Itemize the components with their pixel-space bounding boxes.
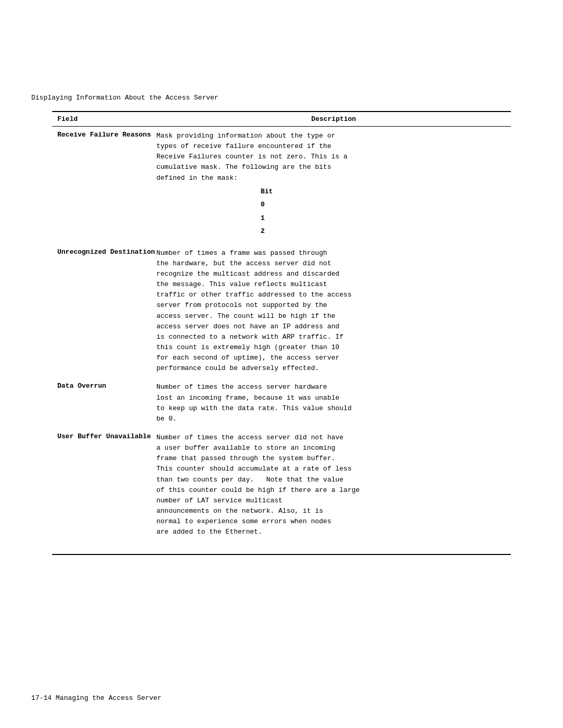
field-label: Unrecognized Destination xyxy=(57,248,155,256)
table-bottom-border xyxy=(52,554,511,555)
field-cell-receive-failure: Receive Failure Reasons xyxy=(52,131,156,240)
col-description-header: Description xyxy=(156,115,511,123)
col-field-header: Field xyxy=(52,115,156,123)
bit-label-col xyxy=(156,187,261,197)
table-row: Data Overrun Number of times the access … xyxy=(52,382,511,424)
desc-text: Number of times the access server hardwa… xyxy=(156,382,511,424)
field-cell-unrecognized: Unrecognized Destination xyxy=(52,248,156,374)
field-label: Data Overrun xyxy=(57,382,106,390)
field-cell-data-overrun: Data Overrun xyxy=(52,382,156,424)
table-row: User Buffer Unavailable Number of times … xyxy=(52,433,511,537)
field-label: Receive Failure Reasons xyxy=(57,131,151,139)
desc-text: Mask providing information about the typ… xyxy=(156,131,511,183)
table-wrapper: Field Description Receive Failure Reason… xyxy=(52,111,511,555)
table-row: Receive Failure Reasons Mask providing i… xyxy=(52,131,511,240)
bit-row-2: 2 xyxy=(156,226,511,237)
bit-label-col-1 xyxy=(156,213,261,224)
bit-row-1: 1 xyxy=(156,213,511,224)
desc-cell-user-buffer: Number of times the access server did no… xyxy=(156,433,511,537)
desc-text: Number of times the access server did no… xyxy=(156,433,511,537)
bit-section: Bit 0 1 2 xyxy=(156,187,511,237)
bit-header-label: Bit xyxy=(261,187,511,197)
bit-value-0: 0 xyxy=(261,200,511,210)
desc-cell-unrecognized: Number of times a frame was passed throu… xyxy=(156,248,511,374)
desc-cell-data-overrun: Number of times the access server hardwa… xyxy=(156,382,511,424)
bit-row-0: 0 xyxy=(156,200,511,210)
bit-value-1: 1 xyxy=(261,213,511,224)
bit-value-2: 2 xyxy=(261,226,511,237)
bit-row-header: Bit xyxy=(156,187,511,197)
table-header-row: Field Description xyxy=(52,112,511,127)
page-container: Displaying Information About the Access … xyxy=(0,0,563,728)
field-label: User Buffer Unavailable xyxy=(57,433,151,440)
bit-label-col-2 xyxy=(156,226,261,237)
page-footer: 17-14 Managing the Access Server xyxy=(31,694,162,702)
desc-text: Number of times a frame was passed throu… xyxy=(156,248,511,374)
page-header-title: Displaying Information About the Access … xyxy=(31,94,532,102)
bit-label-col-0 xyxy=(156,200,261,210)
field-cell-user-buffer: User Buffer Unavailable xyxy=(52,433,156,537)
table-row: Unrecognized Destination Number of times… xyxy=(52,248,511,374)
table-body: Receive Failure Reasons Mask providing i… xyxy=(52,127,511,550)
desc-cell-receive-failure: Mask providing information about the typ… xyxy=(156,131,511,240)
